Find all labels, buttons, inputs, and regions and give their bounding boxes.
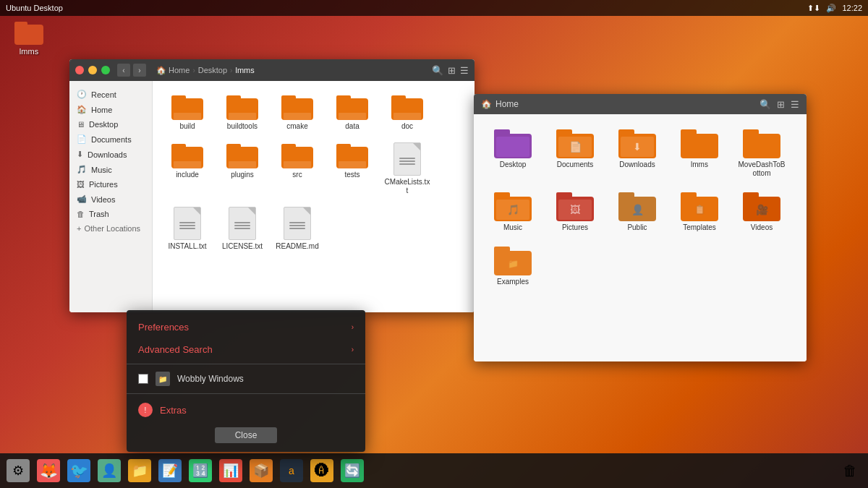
list-item[interactable]: buildtools (216, 90, 268, 135)
grid-icon-2[interactable]: ⊞ (777, 99, 785, 110)
win-min-btn[interactable] (88, 66, 97, 74)
list-item[interactable]: data (326, 90, 378, 135)
topbar: Ubuntu Desktop ⬆⬇ 🔊 12:22 (0, 0, 868, 16)
taskbar-item-thunderbird[interactable]: 🐦 (64, 455, 94, 486)
breadcrumb-desktop[interactable]: Desktop (198, 66, 227, 74)
sidebar-item-videos[interactable]: 📹 Videos (69, 192, 152, 207)
folder-icon-examples: 📁 (494, 247, 532, 275)
window-content-lmms: 🕐 Recent 🏠 Home 🖥 Desktop 📄 Documents ⬇ … (69, 81, 475, 312)
list-item[interactable]: 📁 Examples (485, 242, 541, 291)
sidebar-item-desktop[interactable]: 🖥 Desktop (69, 117, 152, 132)
search-icon-2[interactable]: 🔍 (760, 99, 771, 110)
file-label: Desktop (500, 160, 527, 169)
folder-icon-plugins (226, 142, 258, 168)
list-item[interactable]: CMakeLists.txt (381, 138, 433, 200)
taskbar-item-installer[interactable]: 📦 (246, 455, 276, 486)
update-manager-icon: 🔄 (341, 459, 364, 482)
file-icon-readme (284, 207, 311, 240)
file-label: MoveDashToBottom (736, 160, 787, 178)
close-button[interactable]: Close (215, 427, 278, 443)
home-title-text: Home (495, 99, 519, 109)
sidebar-item-music[interactable]: 🎵 Music (69, 162, 152, 177)
nav-back-btn[interactable]: ‹ (117, 64, 130, 77)
list-item[interactable]: tests (326, 138, 378, 200)
sidebar-item-other-locations[interactable]: + Other Locations (69, 221, 152, 236)
impress-icon: 📊 (219, 459, 242, 482)
sidebar-item-pictures[interactable]: 🖼 Pictures (69, 177, 152, 192)
sidebar-item-home[interactable]: 🏠 Home (69, 102, 152, 117)
folder-icon-movedash (743, 129, 780, 158)
grid-view-icon[interactable]: ⊞ (448, 65, 456, 76)
taskbar-item-update[interactable]: 🔄 (337, 455, 367, 486)
menu-icon[interactable]: ☰ (460, 65, 469, 76)
menu-item-extras[interactable]: ! Extras (127, 397, 365, 423)
list-item[interactable]: LICENSE.txt (216, 202, 268, 255)
file-label: build (179, 122, 195, 131)
sidebar-label-recent: Recent (91, 90, 116, 99)
taskbar-item-system[interactable]: ⚙ (3, 455, 33, 486)
folder-icon-include (171, 142, 203, 168)
sidebar-item-downloads[interactable]: ⬇ Downloads (69, 147, 152, 162)
taskbar-item-impress[interactable]: 📊 (216, 455, 246, 486)
pictures-icon: 🖼 (77, 180, 85, 189)
breadcrumb-lmms[interactable]: lmms (235, 66, 254, 74)
videos-icon: 📹 (77, 194, 87, 204)
list-item[interactable]: Desktop (485, 125, 541, 182)
trash-icon-sidebar: 🗑 (77, 210, 85, 218)
sidebar-item-documents[interactable]: 📄 Documents (69, 132, 152, 147)
sidebar-label-documents: Documents (91, 135, 132, 144)
list-item[interactable]: INSTALL.txt (161, 202, 213, 255)
list-item[interactable]: 🖼 Pictures (547, 188, 603, 236)
list-item[interactable]: lmms (671, 125, 728, 182)
sidebar-item-recent[interactable]: 🕐 Recent (69, 87, 152, 102)
taskbar-item-calc[interactable]: 🔢 (185, 455, 216, 486)
list-item[interactable]: README.md (271, 202, 323, 255)
list-item[interactable]: 🎥 Videos (733, 188, 790, 236)
folder-icon-music: 🎵 (494, 192, 532, 221)
menu-item-wobbly-windows[interactable]: 📁 Wobbly Windows (127, 367, 365, 390)
list-item[interactable]: 🎵 Music (485, 188, 541, 236)
add-icon: + (77, 224, 81, 233)
file-icon-license (229, 207, 256, 240)
sidebar-item-trash[interactable]: 🗑 Trash (69, 207, 152, 221)
list-item[interactable]: build (161, 90, 213, 135)
list-item[interactable]: plugins (216, 138, 268, 200)
list-item[interactable]: 📄 Documents (547, 125, 603, 182)
list-item[interactable]: doc (381, 90, 433, 135)
desktop-icon-lmms[interactable]: lmms (14, 22, 43, 56)
menu-icon-2[interactable]: ☰ (791, 99, 799, 110)
list-item[interactable]: cmake (271, 90, 323, 135)
sidebar-label-downloads: Downloads (88, 150, 127, 159)
list-item[interactable]: include (161, 138, 213, 200)
list-item[interactable]: ⬇ Downloads (609, 125, 665, 182)
file-label: Examples (497, 278, 529, 286)
extras-icon: ! (138, 403, 153, 417)
checkbox-wobbly[interactable] (138, 374, 148, 384)
taskbar-item-files[interactable]: 📁 (124, 455, 155, 486)
home-title-icon: 🏠 (481, 99, 492, 109)
win-max-btn[interactable] (101, 66, 110, 74)
taskbar-item-contacts[interactable]: 👤 (94, 455, 124, 486)
list-item[interactable]: 👤 Public (609, 188, 665, 236)
list-item[interactable]: 📋 Templates (671, 188, 728, 236)
taskbar-item-software[interactable]: 🅐 (307, 455, 337, 486)
menu-item-preferences[interactable]: Preferences › (127, 316, 365, 338)
sidebar-label-videos: Videos (91, 195, 115, 204)
titlebar-nav: ‹ › (117, 64, 146, 77)
taskbar-item-amazon[interactable]: a (276, 455, 307, 486)
file-grid-lmms: build buildtools cmake data doc include (153, 81, 475, 312)
list-item[interactable]: src (271, 138, 323, 200)
taskbar-item-firefox[interactable]: 🦊 (33, 455, 64, 486)
folder-icon-buildtools (226, 94, 258, 120)
list-item[interactable]: MoveDashToBottom (733, 125, 790, 182)
breadcrumb-home[interactable]: 🏠 Home (156, 66, 190, 75)
search-icon[interactable]: 🔍 (432, 65, 443, 76)
win-close-btn[interactable] (75, 66, 84, 74)
folder-icon-doc (391, 94, 423, 120)
nav-forward-btn[interactable]: › (133, 64, 146, 77)
desktop-icon-label: lmms (20, 47, 38, 56)
taskbar-item-trash[interactable]: 🗑 (835, 455, 865, 486)
menu-item-advanced-search[interactable]: Advanced Search › (127, 338, 365, 361)
taskbar-item-writer[interactable]: 📝 (155, 455, 185, 486)
folder-icon-videos: 🎥 (743, 192, 780, 221)
